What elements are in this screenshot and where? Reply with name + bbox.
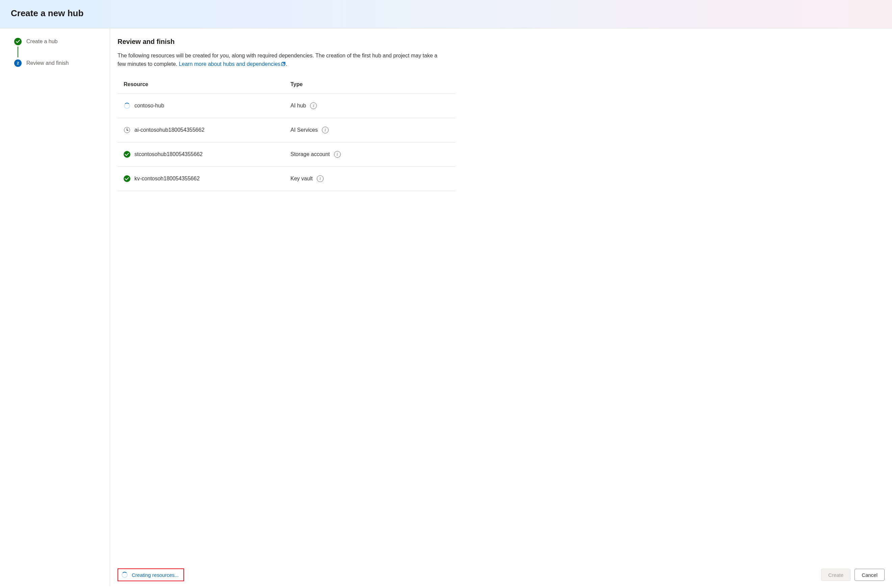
resource-name: contoso-hub	[135, 103, 164, 109]
resource-type: Key vault	[291, 176, 313, 182]
content-wrap: Create a hub 2 Review and finish Review …	[0, 28, 892, 586]
status-text: Creating resources...	[132, 572, 179, 578]
section-title: Review and finish	[117, 38, 885, 46]
resources-table: Resource Type contoso-hub AI hub i ai-co…	[117, 76, 455, 191]
table-row: kv-contosoh180054355662 Key vault i	[117, 167, 455, 191]
info-icon[interactable]: i	[322, 127, 328, 134]
table-row: contoso-hub AI hub i	[117, 94, 455, 118]
wizard-step-label: Review and finish	[26, 60, 69, 66]
wizard-footer: Creating resources... Create Cancel	[117, 568, 885, 581]
table-row: stcontosohub180054355662 Storage account…	[117, 142, 455, 167]
check-circle-icon	[124, 151, 130, 158]
section-description: The following resources will be created …	[117, 52, 445, 69]
clock-icon	[124, 127, 130, 134]
table-row: ai-contosohub180054355662 AI Services i	[117, 118, 455, 142]
check-circle-icon	[124, 175, 130, 182]
check-icon	[14, 38, 22, 45]
main-panel: Review and finish The following resource…	[110, 28, 892, 586]
info-icon[interactable]: i	[310, 102, 317, 109]
external-link-icon	[281, 60, 286, 69]
step-connector	[18, 46, 18, 57]
resource-name: stcontosohub180054355662	[135, 151, 202, 158]
spinner-icon	[124, 102, 130, 109]
step-number-icon: 2	[14, 60, 22, 67]
page-header: Create a new hub	[0, 0, 892, 28]
page-title: Create a new hub	[11, 8, 881, 19]
info-icon[interactable]: i	[317, 175, 324, 182]
col-header-resource: Resource	[124, 81, 291, 87]
spinner-icon	[121, 572, 128, 578]
info-icon[interactable]: i	[334, 151, 341, 158]
wizard-step-create-hub[interactable]: Create a hub	[14, 38, 102, 60]
wizard-step-review-finish[interactable]: 2 Review and finish	[14, 60, 102, 67]
resource-name: ai-contosohub180054355662	[135, 127, 204, 133]
creating-status-highlight: Creating resources...	[117, 568, 184, 581]
resource-type: AI hub	[291, 103, 306, 109]
table-header: Resource Type	[117, 76, 455, 94]
resource-type: AI Services	[291, 127, 318, 133]
wizard-step-label: Create a hub	[26, 39, 58, 45]
create-button: Create	[821, 569, 850, 581]
learn-more-link[interactable]: Learn more about hubs and dependencies	[179, 61, 286, 67]
description-tail: .	[286, 61, 287, 67]
resource-type: Storage account	[291, 151, 330, 158]
resource-name: kv-contosoh180054355662	[135, 176, 199, 182]
wizard-steps-sidebar: Create a hub 2 Review and finish	[0, 28, 110, 586]
cancel-button[interactable]: Cancel	[855, 569, 885, 581]
col-header-type: Type	[291, 81, 449, 87]
